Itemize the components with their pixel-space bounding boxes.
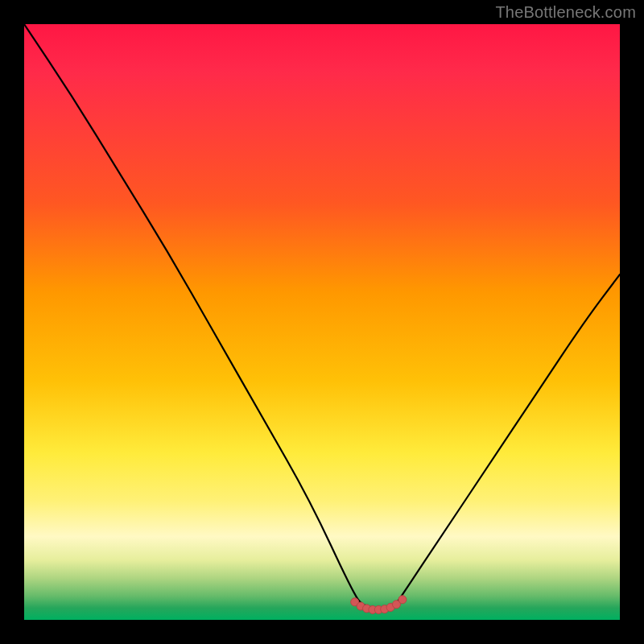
chart-frame: TheBottleneck.com — [0, 0, 644, 644]
plot-area — [24, 24, 620, 620]
watermark-text: TheBottleneck.com — [495, 3, 636, 22]
minimum-marker — [398, 596, 407, 604]
bottleneck-curve-path — [24, 24, 620, 608]
minimum-markers — [351, 596, 407, 614]
bottleneck-curve-svg — [24, 24, 620, 620]
